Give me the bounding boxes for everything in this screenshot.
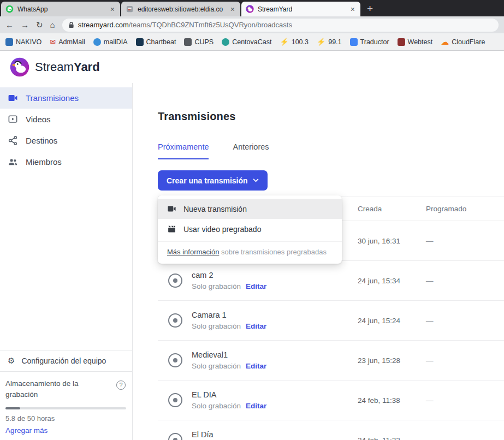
cups-icon [184,38,192,46]
create-broadcast-button[interactable]: Crear una transmisión [158,170,268,191]
table-row[interactable]: Camara 1 Solo grabaciónEditar 24 jun, 15… [158,301,504,341]
sidebar-item-miembros[interactable]: Miembros [0,151,132,173]
browser-tab-eldia[interactable]: editoresweb:sitioweb:eldia.co × [121,2,240,16]
storage-progress [5,407,126,409]
storage-usage: 5.8 de 50 horas [5,414,126,423]
gear-icon: ⚙ [8,356,15,365]
bookmarks-bar: NAKIVO ✉AdmMail mailDIA Chartbeat CUPS C… [0,33,504,51]
scheduled-cell: — [426,396,504,405]
chevron-down-icon [253,179,259,182]
maildia-icon [93,38,101,46]
broadcast-subtitle: Solo grabación [192,282,241,290]
bookmark-maildia[interactable]: mailDIA [93,38,128,46]
storage-progress-fill [5,407,20,409]
bookmark-nakivo[interactable]: NAKIVO [5,38,41,46]
home-icon[interactable]: ⌂ [50,21,55,29]
mail-icon: ✉ [50,38,56,46]
bookmark-webtest[interactable]: Webtest [398,38,433,46]
record-icon [168,313,182,328]
scheduled-cell: — [426,237,504,245]
bookmark-radio-100-3[interactable]: ⚡100.3 [280,38,309,46]
scheduled-cell: — [426,356,504,365]
page-title: Transmisiones [158,110,504,123]
brand-name: StreamYard [35,60,100,74]
bookmark-radio-99-1[interactable]: ⚡99.1 [317,38,342,46]
close-icon[interactable]: × [349,5,356,14]
bookmark-cups[interactable]: CUPS [184,38,214,46]
broadcast-tabs: Próximamente Anteriores [158,142,504,159]
members-icon [8,157,18,167]
url-domain: streamyard.com [78,21,129,29]
tab-title: WhatsApp [17,5,105,13]
edit-link[interactable]: Editar [246,282,266,290]
browser-window: WhatsApp × editoresweb:sitioweb:eldia.co… [0,0,504,440]
created-cell: 24 jun, 15:24 [358,317,426,325]
broadcast-subtitle: Solo grabación [192,362,241,370]
lightning-icon: ⚡ [317,38,325,46]
prerecorded-info-text: Más información sobre transmisiones preg… [158,241,342,264]
edit-link[interactable]: Editar [246,402,266,410]
add-more-link[interactable]: Agregar más [5,426,126,440]
table-row[interactable]: Medieval1 Solo grabaciónEditar 23 jun, 1… [158,341,504,380]
record-icon [168,393,182,407]
new-tab-button[interactable]: + [367,3,373,14]
table-row[interactable]: cam 2 Solo grabaciónEditar 24 jun, 15:34… [158,261,504,301]
storage-panel: Almacenamiento de la grabación ? 5.8 de … [0,372,132,440]
clapperboard-icon [167,224,176,234]
record-icon [168,273,182,288]
storage-label: Almacenamiento de la grabación [5,378,97,401]
webtest-icon [398,38,405,46]
team-settings-button[interactable]: ⚙ Configuración del equipo [0,350,132,372]
menu-item-new-broadcast[interactable]: Nueva transmisión [158,199,342,219]
sidebar-item-transmisiones[interactable]: Transmisiones [0,87,132,109]
tab-anteriores[interactable]: Anteriores [233,142,269,159]
created-cell: 24 feb, 11:22 [358,436,426,440]
chartbeat-icon [136,38,144,46]
edit-link[interactable]: Editar [246,362,266,370]
close-icon[interactable]: × [109,5,116,14]
help-icon[interactable]: ? [116,380,126,390]
table-row[interactable]: El Día Solo grabaciónEditar 24 feb, 11:2… [158,420,504,440]
created-cell: 30 jun, 16:31 [358,237,426,245]
streamyard-header: StreamYard [0,51,504,83]
column-scheduled: Programado [426,205,504,213]
more-info-link[interactable]: Más información [167,248,219,256]
back-icon[interactable]: ← [5,21,14,29]
browser-tab-whatsapp[interactable]: WhatsApp × [1,2,120,16]
bookmark-chartbeat[interactable]: Chartbeat [136,38,176,46]
main-content: Transmisiones Próximamente Anteriores Cr… [133,83,504,440]
whatsapp-icon [5,5,14,13]
sidebar-item-videos[interactable]: Videos [0,109,132,130]
reload-icon[interactable]: ↻ [36,21,43,29]
lightning-icon: ⚡ [280,38,288,46]
eldia-site-icon [126,5,134,13]
sidebar-item-destinos[interactable]: Destinos [0,130,132,151]
bookmark-cloudflare[interactable]: ☁CloudFlare [441,38,485,46]
traductor-icon [350,38,358,46]
streamyard-logo [10,57,29,77]
record-icon [168,433,182,440]
record-icon [168,353,182,367]
video-camera-icon [167,204,176,213]
tab-proximamente[interactable]: Próximamente [158,142,209,159]
created-cell: 23 jun, 15:28 [358,356,426,365]
broadcast-title: EL DIA [192,390,266,399]
menu-item-prerecorded-video[interactable]: Usar video pregrabado [158,219,342,239]
scheduled-cell: — [426,436,504,440]
bookmark-admmail[interactable]: ✉AdmMail [50,38,85,46]
broadcast-title: Camara 1 [192,311,266,319]
bookmark-traductor[interactable]: Traductor [350,38,389,46]
created-cell: 24 jun, 15:34 [358,277,426,285]
close-icon[interactable]: × [229,5,236,14]
table-row[interactable]: EL DIA Solo grabaciónEditar 24 feb, 11:3… [158,380,504,420]
create-broadcast-dropdown: Nueva transmisión Usar video pregrabado … [158,195,342,264]
streamyard-favicon [246,5,254,13]
address-bar[interactable]: streamyard.com/teams/TQDhBC9ZNTmft6z5UsQ… [62,19,499,32]
forward-icon[interactable]: → [21,21,29,29]
edit-link[interactable]: Editar [246,322,266,330]
bookmark-centovacast[interactable]: CentovaCast [222,38,271,46]
video-camera-icon [8,93,18,103]
browser-toolbar: ← → ↻ ⌂ streamyard.com/teams/TQDhBC9ZNTm… [0,16,504,33]
video-library-icon [8,114,18,124]
browser-tab-streamyard[interactable]: StreamYard × [241,2,360,16]
